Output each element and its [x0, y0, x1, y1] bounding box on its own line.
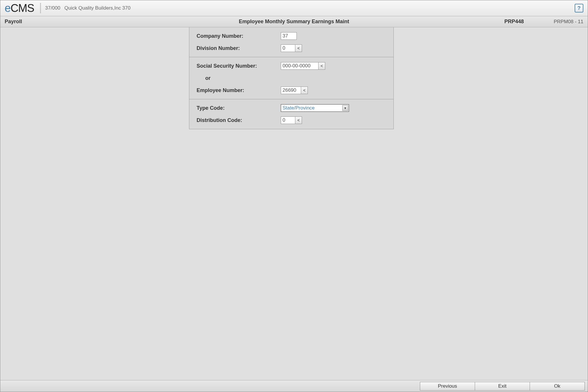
company-info: 37/000 Quick Quality Builders,Inc 370: [45, 5, 131, 11]
dropdown-arrow-icon: ▼: [342, 105, 348, 111]
divider-icon: [40, 3, 41, 13]
employee-number-row: Employee Number: <: [197, 86, 386, 95]
company-number-label: Company Number:: [197, 33, 281, 39]
previous-button[interactable]: Previous: [420, 382, 475, 391]
company-number-row: Company Number:: [197, 32, 386, 40]
app-logo: eCMS: [3, 2, 36, 15]
employee-number-label: Employee Number:: [197, 87, 281, 93]
form-panel: Company Number: Division Number: < Socia…: [189, 27, 394, 129]
employee-lookup-button[interactable]: <: [301, 87, 308, 94]
ssn-label: Social Security Number:: [197, 63, 281, 69]
program-id: PRPM08 - 11: [554, 19, 583, 25]
content-area: Company Number: Division Number: < Socia…: [0, 27, 588, 380]
type-code-select[interactable]: State/Province ▼: [281, 104, 349, 112]
division-number-label: Division Number:: [197, 45, 281, 51]
company-number-input[interactable]: [281, 32, 297, 40]
help-button[interactable]: ?: [575, 4, 583, 12]
employee-section: Social Security Number: < or Employee Nu…: [189, 57, 393, 99]
type-code-row: Type Code: State/Province ▼: [197, 104, 386, 112]
ssn-input[interactable]: [281, 62, 319, 70]
or-row: or: [197, 74, 386, 82]
company-id: 37/000: [45, 5, 60, 11]
employee-number-input[interactable]: [281, 87, 301, 94]
chevron-left-icon: <: [303, 88, 305, 93]
chevron-left-icon: <: [297, 46, 300, 51]
distribution-lookup-button[interactable]: <: [295, 116, 302, 124]
type-code-label: Type Code:: [197, 105, 281, 111]
ssn-lookup-button[interactable]: <: [318, 62, 325, 70]
company-section: Company Number: Division Number: <: [189, 27, 393, 57]
chevron-left-icon: <: [321, 64, 323, 68]
type-code-value: State/Province: [283, 105, 315, 111]
company-name: Quick Quality Builders,Inc 370: [64, 5, 131, 11]
logo-prefix: e: [5, 2, 10, 14]
ssn-row: Social Security Number: <: [197, 62, 386, 70]
type-section: Type Code: State/Province ▼ Distribution…: [189, 99, 393, 129]
help-icon: ?: [578, 5, 581, 11]
top-bar: eCMS 37/000 Quick Quality Builders,Inc 3…: [0, 0, 588, 16]
logo-text: CMS: [10, 2, 34, 14]
app-container: eCMS 37/000 Quick Quality Builders,Inc 3…: [0, 0, 588, 392]
distribution-code-label: Distribution Code:: [197, 117, 281, 123]
distribution-code-input[interactable]: [281, 116, 295, 124]
chevron-left-icon: <: [297, 118, 300, 123]
ok-button[interactable]: Ok: [530, 382, 585, 391]
exit-button[interactable]: Exit: [475, 382, 530, 391]
bottom-bar: Previous Exit Ok: [0, 380, 588, 392]
distribution-code-row: Distribution Code: <: [197, 116, 386, 125]
module-name: Payroll: [5, 19, 22, 25]
division-number-row: Division Number: <: [197, 44, 386, 53]
program-code: PRP448: [504, 19, 524, 25]
division-lookup-button[interactable]: <: [295, 44, 302, 52]
division-number-input[interactable]: [281, 44, 295, 52]
page-title: Employee Monthly Summary Earnings Maint: [239, 19, 349, 25]
title-bar: Payroll Employee Monthly Summary Earning…: [0, 16, 588, 27]
or-label: or: [197, 75, 281, 81]
